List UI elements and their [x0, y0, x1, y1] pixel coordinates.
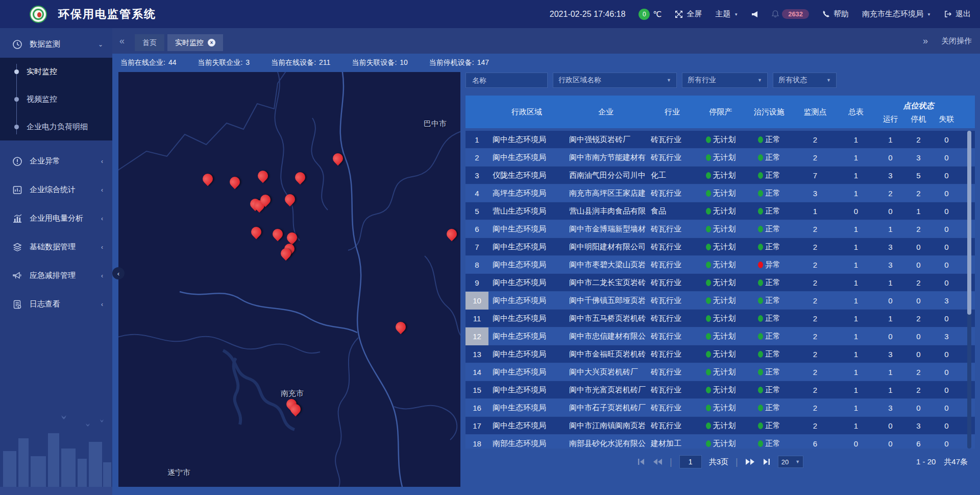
row-total-meter: 0 [836, 435, 876, 449]
row-region: 阆中生态环境局 [488, 131, 565, 149]
close-operations-label: 关闭操作 [941, 36, 972, 46]
next-page-button[interactable] [745, 458, 755, 465]
row-stopped-count-text: 2 [916, 368, 920, 376]
table-scrollbar-thumb[interactable] [967, 131, 971, 315]
row-treatment-status-text: 正常 [765, 349, 780, 359]
table-row[interactable]: 18南部生态环境局南部县砂化水泥有限公建材加工无计划正常60060 [465, 435, 975, 449]
sidebar-item-video-monitor[interactable]: 视频监控 [0, 85, 112, 113]
stats-bar: 当前在线企业:44 当前失联企业:3 当前在线设备:211 当前失联设备:10 … [112, 54, 980, 72]
map-collapse-toggle[interactable]: ‹ [112, 267, 125, 279]
sidebar-item-power-load-detail[interactable]: 企业电力负荷明细 [0, 113, 112, 140]
tab-scroll-left-icon[interactable]: « [119, 35, 125, 47]
row-treatment-status: 正常 [744, 274, 795, 292]
name-search-input[interactable] [471, 76, 542, 85]
sidebar-item-realtime-monitor[interactable]: 实时监控 [0, 58, 112, 85]
row-stopped-count: 2 [904, 363, 933, 381]
row-total-meter-text: 1 [854, 386, 858, 394]
table-row[interactable]: 1阆中生态环境局阆中强锐页岩砖厂砖瓦行业无计划正常21120 [465, 131, 975, 149]
row-region: 阆中生态环境局 [488, 274, 565, 292]
table-row[interactable]: 14阆中生态环境局阆中大兴页岩机砖厂砖瓦行业无计划正常21120 [465, 363, 975, 381]
sidebar-item-data-monitor[interactable]: 数据监测 ⌄ [0, 31, 112, 58]
map-panel[interactable]: ‹ [118, 72, 460, 487]
table-row[interactable]: 9阆中生态环境局阆中市二龙长宝页岩砖砖瓦行业无计划正常21120 [465, 274, 975, 292]
table-row[interactable]: 7阆中生态环境局阆中明阳建材有限公司砖瓦行业无计划正常21300 [465, 238, 975, 256]
stat-label: 当前停机设备: [429, 58, 474, 67]
theme-dropdown[interactable]: 主题 ▼ [715, 9, 738, 19]
table-row[interactable]: 17阆中生态环境局阆中市江南镇阆南页岩砖瓦行业无计划正常21030 [465, 417, 975, 435]
row-industry: 砖瓦行业 [647, 327, 698, 345]
row-limit-status-text: 无计划 [713, 260, 736, 270]
table-scrollbar[interactable] [967, 131, 971, 449]
table-row[interactable]: 3仪陇生态环境局西南油气田分公司川中化工无计划正常71350 [465, 167, 975, 184]
sidebar-item-enterprise-stats[interactable]: 企业综合统计 ‹ [0, 176, 112, 203]
last-page-button[interactable] [763, 458, 771, 465]
table-row[interactable]: 2阆中生态环境局阆中市南方节能建材有砖瓦行业无计划正常21030 [465, 149, 975, 167]
status-dot-icon [706, 244, 711, 250]
row-industry-text: 砖瓦行业 [651, 403, 681, 413]
col-offline: 失联 [933, 114, 961, 124]
status-select[interactable]: 所有状态 ▼ [773, 73, 837, 88]
map-canvas[interactable]: 巴中市南充市遂宁市 [118, 72, 460, 487]
mute-button[interactable] [751, 11, 758, 18]
row-industry: 砖瓦行业 [647, 149, 698, 167]
table-row[interactable]: 10阆中生态环境局阆中千佛镇五郎垭页岩砖瓦行业无计划正常21003 [465, 292, 975, 310]
sidebar-item-power-analysis[interactable]: 企业用电量分析 ‹ [0, 205, 112, 232]
region-select[interactable]: 行政区域名称 ▼ [553, 73, 677, 88]
logout-button[interactable]: 退出 [944, 9, 971, 19]
app-root: 环保用电监管系统 2021-02-25 17:46:18 0 ℃ 全屏 主题 ▼ [0, 0, 980, 495]
close-operations[interactable]: » 关闭操作 [923, 28, 972, 54]
row-running-count: 1 [876, 220, 904, 238]
row-company-text: 阆中市二龙长宝页岩砖 [569, 278, 646, 288]
industry-select[interactable]: 所有行业 ▼ [682, 73, 768, 88]
status-dot-icon [706, 262, 711, 268]
table-row[interactable]: 8阆中生态环境局阆中市枣碧大梁山页岩砖瓦行业无计划异常21300 [465, 256, 975, 274]
row-company-text: 营山县润丰肉食品有限 [569, 206, 646, 216]
table-row[interactable]: 11阆中生态环境局阆中市五马桥页岩机砖砖瓦行业无计划正常21120 [465, 310, 975, 327]
row-running-count-text: 0 [888, 332, 892, 341]
row-treatment-status: 正常 [744, 167, 795, 184]
page-size-select[interactable]: 20 ▼ [778, 456, 803, 468]
table-row[interactable]: 6阆中生态环境局阆中市金博瑞新型墙材砖瓦行业无计划正常21120 [465, 220, 975, 238]
tab-scroll-right-icon[interactable]: » [923, 36, 928, 46]
row-offline-count-text: 0 [944, 350, 948, 359]
row-industry: 砖瓦行业 [647, 131, 698, 149]
table-row[interactable]: 15阆中生态环境局阆中市光富页岩机砖厂砖瓦行业无计划正常21120 [465, 381, 975, 399]
status-dot-icon [706, 315, 711, 322]
row-company-text: 阆中市五马桥页岩机砖 [569, 314, 646, 323]
table-row[interactable]: 13阆中生态环境局阆中市金福旺页岩机砖砖瓦行业无计划正常21300 [465, 345, 975, 363]
filter-bar: 行政区域名称 ▼ 所有行业 ▼ 所有状态 ▼ [465, 73, 975, 88]
row-treatment-status: 正常 [744, 399, 795, 417]
org-dropdown[interactable]: 南充市生态环境局 ▼ [862, 9, 931, 19]
row-total-meter-text: 0 [854, 439, 858, 448]
row-running-count-text: 0 [888, 296, 892, 305]
row-running-count-text: 0 [888, 439, 892, 448]
row-industry-text: 砖瓦行业 [651, 385, 681, 395]
megaphone-icon [12, 271, 22, 281]
first-page-button[interactable] [637, 458, 645, 465]
table-row[interactable]: 4高坪生态环境局南充市高坪区王家店建砖瓦行业无计划正常31220 [465, 184, 975, 202]
row-total-meter: 1 [836, 327, 876, 345]
sidebar-item-base-data[interactable]: 基础数据管理 ‹ [0, 233, 112, 261]
col-running: 运行 [876, 114, 904, 124]
table-row[interactable]: 5营山生态环境局营山县润丰肉食品有限食品无计划正常10010 [465, 202, 975, 220]
row-limit-status-text: 无计划 [713, 421, 736, 431]
tab-realtime-monitor[interactable]: 实时监控 × [167, 34, 223, 51]
row-total-meter-text: 1 [854, 189, 858, 198]
map-city-label: 遂宁市 [167, 468, 190, 478]
sidebar-item-enterprise-abnormal[interactable]: 企业异常 ‹ [0, 148, 112, 175]
fullscreen-button[interactable]: 全屏 [675, 9, 702, 19]
table-row[interactable]: 16阆中生态环境局阆中市石子页岩机砖厂砖瓦行业无计划正常21300 [465, 399, 975, 417]
page-number-input[interactable] [679, 455, 702, 468]
table-row[interactable]: 12阆中生态环境局阆中市忠信建材有限公砖瓦行业无计划正常21003 [465, 327, 975, 345]
row-industry: 建材加工 [647, 435, 698, 449]
notification-area[interactable]: 2632 [772, 9, 809, 19]
tab-close-icon[interactable]: × [208, 39, 215, 46]
status-dot-icon [706, 154, 711, 161]
tab-home[interactable]: 首页 [135, 34, 164, 51]
sidebar-item-emergency-reduction[interactable]: 应急减排管理 ‹ [0, 262, 112, 289]
sidebar-item-log-view[interactable]: 日志查看 ‹ [0, 291, 112, 318]
row-total-meter: 0 [836, 202, 876, 220]
notification-count-badge: 2632 [782, 9, 809, 19]
prev-page-button[interactable] [652, 458, 663, 465]
help-button[interactable]: 帮助 [822, 9, 849, 19]
